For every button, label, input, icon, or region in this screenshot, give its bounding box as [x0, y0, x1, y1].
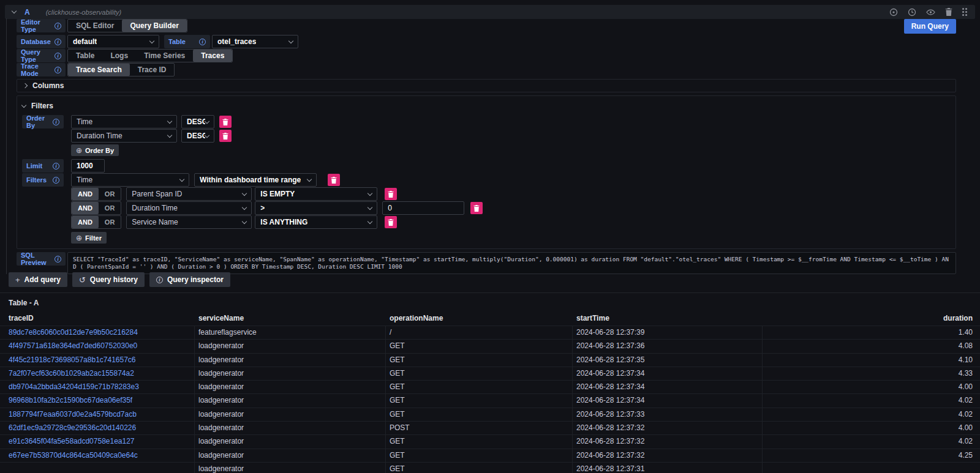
editor-footer: + Add query ↺ Query history i Query insp… — [9, 272, 230, 287]
option-time-series[interactable]: Time Series — [136, 50, 193, 62]
option-query-builder[interactable]: Query Builder — [122, 20, 186, 32]
chevron-down-icon — [179, 176, 184, 181]
query-history-button[interactable]: ↺ Query history — [72, 272, 145, 287]
filter-value-input[interactable]: 0 — [382, 201, 464, 215]
trace-id-link[interactable]: 1887794f7eaa6037d0e2a4579bcd7acb — [9, 410, 137, 419]
trace-id-link[interactable]: 96968b10fa2b2c1590bc67dea06ef35f — [9, 396, 132, 404]
order-by-direction-select[interactable]: DESC — [181, 115, 214, 128]
filter-field-select[interactable]: Service Name — [126, 215, 252, 229]
table-cell-duration: 4.25 — [763, 449, 980, 462]
option-and[interactable]: AND — [72, 202, 99, 214]
table-cell-startTime: 2024-06-28 12:37:31 — [573, 463, 763, 473]
table-select[interactable]: otel_traces — [212, 35, 298, 48]
table-panel: Table - A traceID serviceName operationN… — [0, 292, 980, 473]
collapse-query-icon[interactable] — [12, 9, 17, 13]
trace-id-link[interactable]: 7a2f07ecf63c60b1029ab2ac155874a2 — [9, 369, 134, 378]
limit-row: Limit i 1000 — [22, 159, 951, 173]
order-by-field-select[interactable]: Duration Time — [71, 129, 177, 143]
chevron-down-icon — [205, 132, 209, 137]
option-or[interactable]: OR — [99, 216, 121, 228]
table-cell-traceID — [0, 463, 195, 473]
filter-field-select[interactable]: Time — [71, 173, 189, 187]
table-row: 62df1ec9a29728c9e29536c20d140226loadgene… — [0, 421, 980, 434]
option-and[interactable]: AND — [72, 188, 99, 200]
clock-icon[interactable] — [908, 8, 916, 17]
table-cell-duration: 4.10 — [763, 354, 980, 367]
trace-id-link[interactable]: e67ee7b53870d4c864ca50409ca0e64c — [9, 451, 138, 460]
option-table[interactable]: Table — [68, 50, 102, 62]
option-and[interactable]: AND — [72, 216, 99, 228]
column-header-serviceName[interactable]: serviceName — [195, 312, 386, 326]
eye-icon[interactable] — [926, 8, 935, 17]
option-sql-editor[interactable]: SQL Editor — [68, 20, 122, 32]
option-logs[interactable]: Logs — [102, 50, 136, 62]
table-cell-serviceName: loadgenerator — [195, 381, 386, 393]
database-select[interactable]: default — [67, 35, 159, 48]
table-cell-operationName: GET — [386, 340, 573, 352]
chevron-down-icon — [368, 218, 372, 223]
info-icon: i — [55, 53, 61, 59]
filter-operator-select[interactable]: IS EMPTY — [255, 187, 377, 201]
filter-field-select[interactable]: Duration Time — [126, 201, 252, 215]
run-query-button[interactable]: Run Query — [904, 19, 956, 34]
remove-filter-button[interactable] — [328, 174, 340, 186]
option-trace-search[interactable]: Trace Search — [68, 64, 130, 76]
trace-mode-radio-group: Trace Search Trace ID — [67, 63, 175, 76]
chevron-down-icon — [307, 176, 312, 181]
remove-order-by-button[interactable] — [219, 130, 232, 142]
table-cell-serviceName: loadgenerator — [195, 340, 386, 352]
bool-operator-group: AND OR — [71, 201, 121, 215]
add-order-by-button[interactable]: ⊕ Order By — [71, 144, 119, 156]
trash-icon[interactable] — [945, 8, 952, 16]
remove-filter-button[interactable] — [470, 202, 483, 214]
option-traces[interactable]: Traces — [193, 50, 232, 62]
trace-id-link[interactable]: 62df1ec9a29728c9e29536c20d140226 — [9, 423, 136, 432]
filters-section-toggle[interactable]: Filters — [22, 101, 951, 111]
table-cell-operationName: GET — [386, 449, 573, 462]
column-header-duration[interactable]: duration — [763, 312, 980, 326]
table-cell-serviceName: loadgenerator — [195, 463, 386, 473]
remove-order-by-button[interactable] — [219, 116, 232, 128]
drag-handle[interactable] — [962, 8, 964, 10]
table-cell-duration: 4.02 — [763, 408, 980, 421]
limit-input[interactable]: 1000 — [71, 159, 105, 173]
trace-id-link[interactable]: 4f45c21918c73698057a8b1c741657c6 — [9, 356, 136, 364]
editor-type-label: Editor Type i — [17, 19, 66, 32]
filter-field-select[interactable]: Parent Span ID — [126, 187, 252, 201]
query-inspector-button[interactable]: i Query inspector — [149, 272, 230, 287]
trace-id-link[interactable]: 89dc7e8c6060c0d12de7e9b50c216284 — [9, 328, 138, 337]
trace-id-link[interactable]: db9704a2bbda34204d159c71b78283e3 — [9, 382, 139, 391]
column-header-operationName[interactable]: operationName — [386, 312, 573, 326]
column-header-traceID[interactable]: traceID — [0, 312, 195, 326]
filter-operator-select[interactable]: > — [255, 201, 377, 215]
table-cell-startTime: 2024-06-28 12:37:34 — [573, 381, 763, 393]
table-cell-traceID: 4f45c21918c73698057a8b1c741657c6 — [0, 354, 195, 367]
plus-icon: + — [15, 275, 20, 285]
filter-operator-select[interactable]: IS ANYTHING — [255, 215, 377, 229]
filter-operator-select[interactable]: Within dashboard time range — [194, 173, 317, 187]
add-query-button[interactable]: + Add query — [9, 272, 67, 287]
info-circle-icon[interactable] — [889, 8, 898, 17]
option-or[interactable]: OR — [99, 202, 121, 214]
table-cell-startTime: 2024-06-28 12:37:35 — [573, 354, 763, 367]
trace-id-link[interactable]: e91c3645f04fa5e58adcd0758e1ea127 — [9, 437, 135, 445]
table-cell-duration: 4.00 — [763, 422, 980, 434]
remove-filter-button[interactable] — [385, 216, 397, 228]
sql-preview-label: SQL Preview i — [17, 252, 66, 266]
add-filter-button[interactable]: ⊕ Filter — [71, 232, 107, 244]
order-by-direction-select[interactable]: DESC — [181, 129, 214, 143]
table-cell-startTime: 2024-06-28 12:37:32 — [573, 422, 763, 434]
remove-filter-button[interactable] — [385, 188, 397, 200]
order-by-field-select[interactable]: Time — [71, 115, 177, 128]
option-trace-id[interactable]: Trace ID — [130, 64, 175, 76]
query-type-radio-group: Table Logs Time Series Traces — [67, 49, 233, 62]
chevron-down-icon — [21, 102, 26, 107]
trace-id-link[interactable]: 4f497571a618e364ed7ded60752030e0 — [9, 341, 137, 350]
database-table-row: Database i default Table i otel_traces — [17, 35, 975, 48]
option-or[interactable]: OR — [99, 188, 121, 200]
plus-circle-icon: ⊕ — [76, 146, 82, 155]
table-row: 1887794f7eaa6037d0e2a4579bcd7acbloadgene… — [0, 408, 980, 421]
columns-section-toggle[interactable]: Columns — [23, 81, 64, 91]
table-cell-operationName: GET — [386, 367, 573, 380]
column-header-startTime[interactable]: startTime — [573, 312, 763, 326]
